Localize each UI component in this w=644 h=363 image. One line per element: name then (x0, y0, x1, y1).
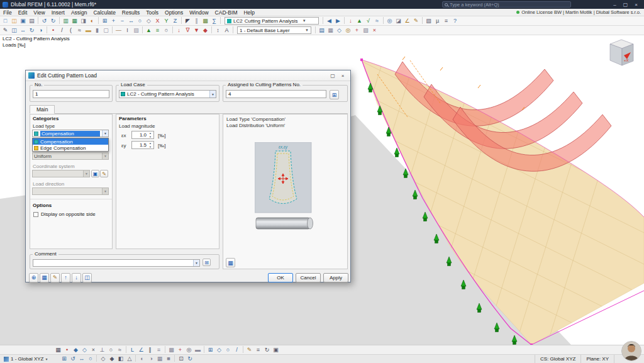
line-support-icon[interactable]: ≡ (153, 26, 162, 35)
window-maximize-button[interactable]: ▢ (620, 2, 631, 8)
menu-calculate[interactable]: Calculate (90, 9, 118, 16)
guidelines-toggle-icon[interactable]: ≡ (155, 346, 163, 354)
search-box[interactable]: Type a keyword (Alt+Q) (442, 1, 571, 8)
new-line-icon[interactable]: / (58, 26, 66, 35)
selection-arrow-icon[interactable]: ◤ (184, 17, 192, 25)
zoom-all-icon[interactable]: ⊞ (60, 355, 68, 363)
nodal-load-icon[interactable]: ↓ (175, 26, 183, 35)
wireframe-icon[interactable]: ▦ (155, 355, 164, 363)
refresh-view-icon[interactable]: ↻ (186, 355, 194, 363)
printout-report-icon[interactable]: ▧ (425, 17, 433, 25)
ruler-toggle-icon[interactable]: ▬ (194, 346, 202, 354)
edit-parameters-button[interactable]: ✎ (50, 273, 60, 282)
assigned-input[interactable] (226, 90, 326, 98)
new-solid-icon[interactable]: ▮ (93, 26, 101, 35)
snap-tangent-icon[interactable]: ○ (107, 346, 115, 354)
transparency-icon[interactable]: ◑ (147, 355, 155, 363)
edit-coordinate-system-button[interactable]: ✎ (100, 170, 108, 177)
material-icon[interactable]: ▨ (132, 26, 140, 35)
node-marker[interactable] (360, 59, 363, 61)
load-type-option-compensation[interactable]: Compensation (33, 138, 108, 145)
dialog-maximize-button[interactable]: ▢ (328, 73, 338, 79)
dimensions-icon[interactable]: ↕ (214, 26, 222, 35)
guidelines-icon[interactable]: ∥ (192, 17, 201, 25)
new-opening-icon[interactable]: ▢ (102, 26, 110, 35)
show-results-icon[interactable]: √ (364, 17, 372, 25)
line-load-icon[interactable]: ∇ (184, 26, 192, 35)
comment-combo[interactable]: ▼ (33, 259, 200, 267)
new-coordinate-system-button[interactable]: ▣ (91, 170, 99, 177)
chevron-down-icon[interactable]: ▼ (193, 260, 199, 266)
perspective-icon[interactable]: △ (125, 355, 133, 363)
zoom-previous-icon[interactable]: ↺ (69, 355, 77, 363)
menu-insert[interactable]: Insert (48, 9, 68, 16)
select-line-icon[interactable]: / (233, 346, 241, 354)
tables-icon[interactable]: ▦ (70, 17, 79, 25)
dialog-titlebar[interactable]: Edit Cutting Pattern Load ▢× (26, 70, 350, 81)
display-opposite-side-checkbox[interactable] (33, 212, 38, 217)
view-yz-icon[interactable]: ◧ (116, 355, 125, 363)
help-icon[interactable]: ? (451, 17, 459, 25)
rendering-icon[interactable]: ◐ (88, 17, 96, 25)
snap-settings-icon[interactable]: ◎ (344, 26, 352, 35)
work-plane-icon[interactable]: ◇ (335, 26, 343, 35)
print-graphic-icon[interactable]: ▤ (28, 17, 36, 25)
pan-icon[interactable]: ↔ (77, 355, 86, 363)
delete-object-icon[interactable]: × (370, 26, 379, 35)
view-isometric-icon[interactable]: ◇ (145, 17, 153, 25)
new-model-icon[interactable]: □ (1, 17, 9, 25)
snap-nearest-icon[interactable]: ≈ (116, 346, 124, 354)
layer-combo[interactable]: 1 - Default Base Layer ▼ (237, 26, 311, 34)
epsilon-y-input[interactable]: 1.5 ▲▼ (131, 141, 154, 149)
chevron-down-icon[interactable]: ▼ (209, 91, 216, 98)
dialog-close-button[interactable]: × (338, 73, 348, 79)
crosshair-toggle-icon[interactable]: ◎ (185, 346, 193, 354)
zoom-to-load-button[interactable]: ⊕ (29, 273, 38, 282)
select-circle-icon[interactable]: ○ (224, 346, 232, 354)
menu-assign[interactable]: Assign (68, 9, 91, 16)
epsilon-x-input[interactable]: 1.0 ▲▼ (131, 131, 154, 139)
view-in-y-icon[interactable]: Y (162, 17, 170, 25)
orbit-view-icon[interactable]: ○ (136, 17, 144, 25)
undo-icon[interactable]: ↺ (40, 17, 48, 25)
dynamic-input-icon[interactable]: ✎ (245, 346, 253, 354)
previous-load-button[interactable]: ↑ (61, 273, 70, 282)
new-comment-button[interactable]: ⊞ (203, 259, 211, 266)
units-settings-icon[interactable]: µ (433, 17, 441, 25)
menu-view[interactable]: View (30, 9, 48, 16)
snap-endpoints-icon[interactable]: ◆ (72, 346, 80, 354)
open-model-icon[interactable]: ◫ (10, 17, 18, 25)
background-layers-icon[interactable]: ▧ (362, 26, 370, 35)
result-diagrams-icon[interactable]: ≈ (373, 17, 381, 25)
display-panel-icon[interactable]: ◨ (79, 17, 87, 25)
zoom-window-icon[interactable]: ⊞ (101, 17, 109, 25)
select-rhombus-icon[interactable]: ◇ (215, 346, 223, 354)
move-object-icon[interactable]: ↔ (19, 26, 27, 35)
user-avatar[interactable] (621, 341, 641, 361)
new-node-icon[interactable]: • (49, 26, 57, 35)
snap-grid-icon[interactable]: ▦ (54, 346, 62, 354)
grid-settings-icon[interactable]: ▦ (326, 26, 335, 35)
dialog-load-case-combo[interactable]: LC2 - Cutting Pattern Analysis ▼ (119, 90, 216, 98)
clipping-planes-icon[interactable]: ◪ (394, 17, 402, 25)
snap-intersections-icon[interactable]: × (89, 346, 97, 354)
pattern-info-button[interactable]: ▦ (226, 258, 235, 267)
polar-tracking-icon[interactable]: ∠ (137, 346, 145, 354)
calculate-all-icon[interactable]: ∑ (210, 17, 218, 25)
navigation-cube[interactable]: +X (610, 40, 633, 65)
member-hinge-icon[interactable]: ○ (162, 26, 170, 35)
data-navigator-icon[interactable]: ▥ (62, 17, 70, 25)
view-xz-icon[interactable]: ◆ (108, 355, 116, 363)
lock-view-icon[interactable]: ▣ (272, 346, 280, 354)
number-input[interactable] (33, 90, 109, 98)
ok-button[interactable]: OK (268, 273, 293, 282)
load-type-combo[interactable]: Compensation ▼ (32, 130, 109, 137)
new-surface-icon[interactable]: ▬ (84, 26, 92, 35)
cancel-button[interactable]: Cancel (296, 273, 321, 282)
previous-load-case-icon[interactable]: ◀ (325, 17, 333, 25)
menu-tools[interactable]: Tools (143, 9, 162, 16)
configuration-icon[interactable]: ≡ (442, 17, 450, 25)
next-load-button[interactable]: ↓ (72, 273, 81, 282)
window-minimize-button[interactable]: – (609, 2, 620, 8)
new-arc-icon[interactable]: ( (67, 26, 75, 35)
